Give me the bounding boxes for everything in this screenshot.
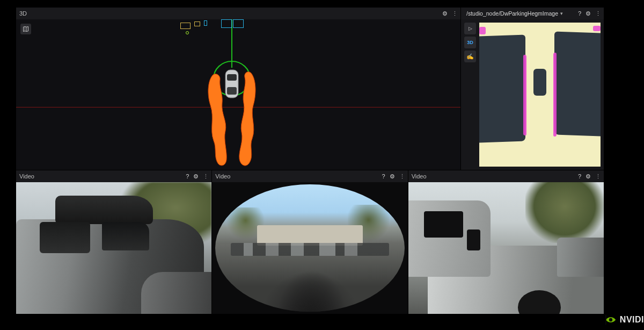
map-icon bbox=[23, 26, 29, 32]
ego-vehicle-silhouette bbox=[533, 69, 546, 96]
nvidia-brand: NVIDI bbox=[605, 314, 644, 326]
annotate-button[interactable]: ✍ bbox=[464, 51, 476, 62]
panel-video-right: Video ? ⚙ ⋮ bbox=[408, 170, 604, 314]
detection-box bbox=[233, 19, 244, 28]
toggle-3d-label: 3D bbox=[467, 40, 473, 45]
panel-image: /studio_node/DwParkingHegmImage ▾ ? ⚙ ⋮ … bbox=[461, 8, 604, 170]
svg-rect-3 bbox=[227, 87, 237, 95]
marker-circle bbox=[186, 31, 189, 34]
panel-3d: 3D ⚙ ⋮ bbox=[16, 8, 460, 170]
app-window: 3D ⚙ ⋮ bbox=[16, 8, 604, 314]
detection-box bbox=[180, 23, 191, 29]
panel-grid: 3D ⚙ ⋮ bbox=[16, 8, 604, 314]
panel-video-right-header: Video ? ⚙ ⋮ bbox=[408, 170, 604, 182]
panel-video-center: Video ? ⚙ ⋮ bbox=[212, 170, 407, 314]
panel-image-body[interactable]: ▷ 3D ✍ bbox=[461, 19, 604, 170]
panel-video-left: Video ? ⚙ ⋮ bbox=[16, 170, 211, 314]
more-icon[interactable]: ⋮ bbox=[203, 174, 208, 180]
panel-3d-body[interactable] bbox=[16, 19, 460, 170]
gear-icon[interactable]: ⚙ bbox=[193, 174, 199, 180]
panel-3d-header-icons: ⚙ ⋮ bbox=[442, 11, 457, 17]
help-icon[interactable]: ? bbox=[186, 174, 189, 180]
play-button[interactable]: ▷ bbox=[464, 23, 476, 34]
camera-feed-left bbox=[16, 182, 211, 314]
more-icon[interactable]: ⋮ bbox=[595, 11, 601, 17]
ego-vehicle-scene bbox=[188, 49, 279, 170]
topic-dropdown-label: /studio_node/DwParkingHegmImage bbox=[466, 10, 558, 17]
nvidia-brand-text: NVIDI bbox=[620, 315, 644, 325]
play-icon: ▷ bbox=[469, 26, 472, 31]
panel-video-center-body[interactable] bbox=[212, 182, 407, 314]
panel-3d-title: 3D bbox=[19, 10, 27, 17]
chevron-down-icon: ▾ bbox=[560, 11, 563, 16]
camera-feed-front-fisheye bbox=[212, 182, 407, 314]
more-icon[interactable]: ⋮ bbox=[399, 174, 405, 180]
gear-icon[interactable]: ⚙ bbox=[586, 11, 591, 17]
help-icon[interactable]: ? bbox=[382, 174, 385, 180]
svg-point-5 bbox=[609, 318, 612, 321]
bottom-row: Video ? ⚙ ⋮ bbox=[16, 170, 604, 314]
panel-video-left-header: Video ? ⚙ ⋮ bbox=[16, 170, 211, 182]
segmentation-edge bbox=[553, 53, 557, 137]
svg-rect-2 bbox=[227, 74, 237, 81]
more-icon[interactable]: ⋮ bbox=[595, 174, 601, 180]
gear-icon[interactable]: ⚙ bbox=[442, 11, 448, 17]
segmentation-edge bbox=[523, 55, 526, 136]
image-toolbar: ▷ 3D ✍ bbox=[464, 23, 476, 62]
panel-video-left-body[interactable] bbox=[16, 182, 211, 314]
view-mode-button[interactable] bbox=[20, 24, 31, 34]
gear-icon[interactable]: ⚙ bbox=[586, 174, 591, 180]
segmentation-region bbox=[479, 27, 486, 34]
topic-dropdown[interactable]: /studio_node/DwParkingHegmImage ▾ bbox=[464, 10, 565, 17]
panel-image-header-icons: ? ⚙ ⋮ bbox=[578, 11, 601, 17]
toggle-3d-button[interactable]: 3D bbox=[464, 37, 476, 48]
stage: 3D ⚙ ⋮ bbox=[0, 0, 644, 330]
panel-video-right-body[interactable] bbox=[408, 182, 604, 314]
panel-video-right-title: Video bbox=[412, 173, 427, 180]
more-icon[interactable]: ⋮ bbox=[452, 11, 457, 17]
detection-box bbox=[204, 20, 207, 26]
camera-feed-right bbox=[408, 182, 604, 314]
panel-image-header: /studio_node/DwParkingHegmImage ▾ ? ⚙ ⋮ bbox=[461, 8, 604, 19]
nvidia-eye-icon bbox=[605, 314, 617, 326]
detection-box bbox=[221, 19, 232, 28]
panel-video-center-header: Video ? ⚙ ⋮ bbox=[212, 170, 407, 182]
gear-icon[interactable]: ⚙ bbox=[390, 174, 395, 180]
occupied-right bbox=[554, 31, 601, 136]
pencil-icon: ✍ bbox=[466, 53, 474, 60]
detection-box bbox=[194, 21, 200, 26]
panel-3d-header: 3D ⚙ ⋮ bbox=[16, 8, 460, 19]
occupied-left bbox=[479, 34, 525, 142]
panel-video-center-title: Video bbox=[215, 173, 230, 180]
svg-rect-6 bbox=[605, 315, 606, 325]
panel-video-left-title: Video bbox=[19, 173, 34, 180]
segmentation-region bbox=[593, 26, 601, 31]
help-icon[interactable]: ? bbox=[578, 11, 581, 17]
help-icon[interactable]: ? bbox=[578, 174, 581, 180]
heightmap-canvas bbox=[479, 23, 601, 167]
